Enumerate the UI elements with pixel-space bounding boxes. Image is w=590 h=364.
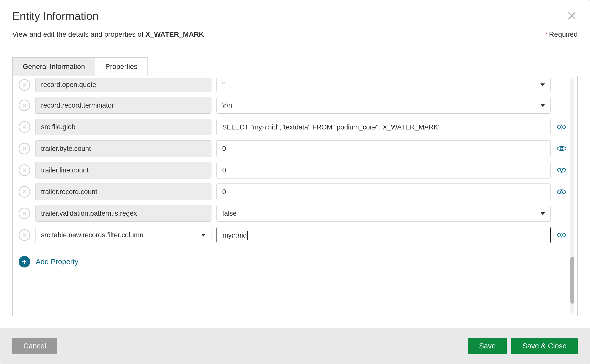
property-name: trailer.validation.pattern.is.regex <box>35 205 211 222</box>
modal-header: Entity Information View and edit the det… <box>0 0 590 45</box>
scrollbar[interactable] <box>570 79 574 313</box>
property-value-select[interactable]: false <box>216 205 551 222</box>
tab-general-information[interactable]: General Information <box>12 57 95 76</box>
property-row: trailer.validation.pattern.is.regex fals… <box>19 205 567 222</box>
property-name: record.open.quote <box>35 78 211 92</box>
view-icon[interactable] <box>556 145 567 152</box>
chevron-down-icon <box>540 83 545 86</box>
delete-property-button[interactable] <box>19 143 30 154</box>
property-name: trailer.line.count <box>35 162 211 178</box>
modal-subtitle: View and edit the details and properties… <box>12 30 204 38</box>
save-button[interactable]: Save <box>468 338 507 354</box>
delete-property-button[interactable] <box>19 164 30 176</box>
property-row: src.file.glob SELECT "myก:กid","textdata… <box>19 119 567 135</box>
view-icon[interactable] <box>556 123 567 130</box>
property-value-input[interactable]: SELECT "myก:กid","textdata" FROM "podium… <box>216 119 551 135</box>
svg-point-2 <box>560 169 563 171</box>
chevron-down-icon <box>540 104 545 107</box>
add-property-label: Add Property <box>36 258 78 266</box>
property-row: trailer.record.count 0 <box>19 184 567 200</box>
modal-title: Entity Information <box>12 10 98 22</box>
add-property-button[interactable]: Add Property <box>19 256 567 267</box>
view-icon[interactable] <box>556 188 567 195</box>
svg-point-0 <box>560 126 563 128</box>
tabs: General Information Properties <box>12 57 578 76</box>
property-name: trailer.record.count <box>35 184 211 200</box>
tab-properties[interactable]: Properties <box>95 57 148 76</box>
property-value-input[interactable]: 0 <box>216 184 551 200</box>
properties-panel: record.open.quote " record.record.termin… <box>12 76 578 316</box>
property-row: record.open.quote " <box>19 78 567 92</box>
svg-point-3 <box>560 191 563 193</box>
property-row: record.record.terminator \r\n <box>19 97 567 114</box>
property-value-select[interactable]: \r\n <box>216 97 551 114</box>
view-icon[interactable] <box>556 167 567 174</box>
modal-footer: Cancel Save Save & Close <box>0 328 590 364</box>
cancel-button[interactable]: Cancel <box>12 338 57 354</box>
property-name: record.record.terminator <box>35 97 211 114</box>
save-close-button[interactable]: Save & Close <box>511 338 578 354</box>
plus-icon <box>19 256 30 267</box>
property-name: trailer.byte.count <box>35 140 211 157</box>
entity-information-modal: Entity Information View and edit the det… <box>0 0 590 364</box>
chevron-down-icon <box>201 234 206 237</box>
delete-property-button[interactable] <box>19 79 30 91</box>
property-name-select[interactable]: src.table.new.records.filter.column <box>35 227 211 243</box>
close-icon[interactable] <box>566 10 578 23</box>
entity-name: X_WATER_MARK <box>145 30 204 38</box>
delete-property-button[interactable] <box>19 186 30 198</box>
property-value-select[interactable]: " <box>216 78 551 92</box>
delete-property-button[interactable] <box>19 208 30 219</box>
property-name: src.file.glob <box>35 119 211 135</box>
property-value-input[interactable]: 0 <box>216 162 551 178</box>
delete-property-button[interactable] <box>19 121 30 133</box>
delete-property-button[interactable] <box>19 229 30 241</box>
property-value-input[interactable]: myก:กid <box>216 227 551 243</box>
view-icon[interactable] <box>556 232 567 239</box>
property-row: src.table.new.records.filter.column myก:… <box>19 227 567 243</box>
delete-property-button[interactable] <box>19 100 30 111</box>
property-row: trailer.byte.count 0 <box>19 140 567 157</box>
svg-point-1 <box>560 147 563 150</box>
property-row: trailer.line.count 0 <box>19 162 567 178</box>
svg-point-4 <box>560 234 563 236</box>
required-indicator: *Required <box>545 30 578 38</box>
property-value-input[interactable]: 0 <box>216 140 551 157</box>
chevron-down-icon <box>540 212 545 215</box>
scrollbar-thumb[interactable] <box>570 257 574 304</box>
